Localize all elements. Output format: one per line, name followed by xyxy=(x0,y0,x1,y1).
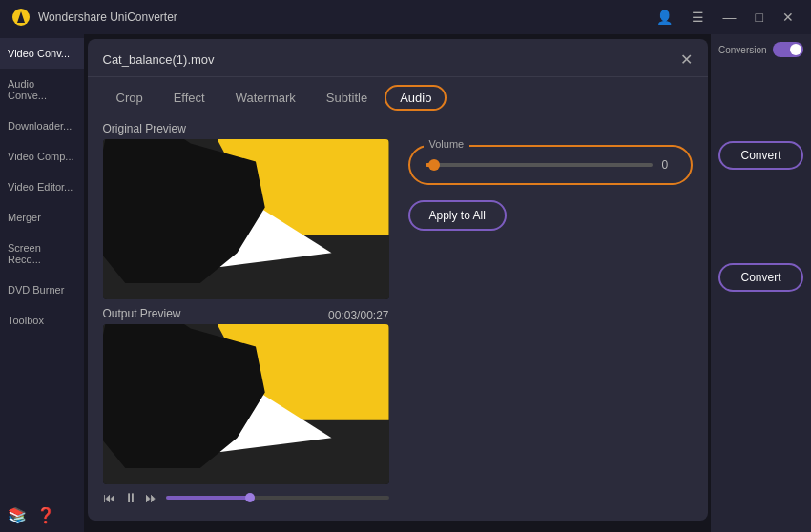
audio-section: Volume 0 Apply to All xyxy=(408,122,693,511)
sidebar-label-audio-converter: Audio Conve... xyxy=(8,78,76,101)
volume-box: Volume 0 xyxy=(408,145,693,185)
window-controls: 👤 ☰ — □ ✕ xyxy=(651,8,800,27)
output-video-frame xyxy=(103,324,389,484)
dialog-title: Cat_balance(1).mov xyxy=(103,52,215,67)
close-button[interactable]: ✕ xyxy=(777,8,800,27)
sidebar-label-merger: Merger xyxy=(8,212,41,223)
output-preview-section: Output Preview 00:03/00:27 xyxy=(103,307,389,511)
sidebar-label-toolbox: Toolbox xyxy=(8,315,44,326)
minimize-button[interactable]: — xyxy=(717,8,742,27)
convert-button-2[interactable]: Convert xyxy=(718,263,803,292)
sidebar-label-video-editor: Video Editor... xyxy=(8,181,73,193)
sidebar-item-video-compressor[interactable]: Video Comp... xyxy=(0,141,84,172)
dialog-body: Original Preview xyxy=(88,111,708,522)
dialog-close-button[interactable]: ✕ xyxy=(680,51,693,69)
original-preview-section: Original Preview xyxy=(103,122,389,299)
sidebar-item-downloader[interactable]: Downloader... xyxy=(0,111,84,141)
title-bar: Wondershare UniConverter 👤 ☰ — □ ✕ xyxy=(0,0,811,34)
sidebar-item-toolbox[interactable]: Toolbox xyxy=(0,305,84,336)
dialog-header: Cat_balance(1).mov ✕ xyxy=(88,39,708,77)
sidebar-item-merger[interactable]: Merger xyxy=(0,202,84,233)
conversion-toggle-row: Conversion xyxy=(718,42,803,57)
tab-crop[interactable]: Crop xyxy=(103,85,156,111)
playback-progress xyxy=(166,496,251,500)
dialog-overlay: Cat_balance(1).mov ✕ Crop Effect Waterma… xyxy=(84,34,711,532)
main-content: Cat_balance(1).mov ✕ Crop Effect Waterma… xyxy=(84,34,711,532)
menu-icon[interactable]: ☰ xyxy=(686,8,710,27)
tab-subtitle[interactable]: Subtitle xyxy=(313,85,381,111)
convert-button-1[interactable]: Convert xyxy=(718,141,803,170)
sidebar-label-screen-recorder: Screen Reco... xyxy=(8,242,76,265)
main-layout: Video Conv... Audio Conve... Downloader.… xyxy=(0,34,811,532)
output-preview-label: Output Preview xyxy=(103,307,181,320)
sidebar-label-downloader: Downloader... xyxy=(8,120,72,132)
tab-watermark[interactable]: Watermark xyxy=(222,85,309,111)
original-preview-label: Original Preview xyxy=(103,122,389,135)
tab-audio[interactable]: Audio xyxy=(385,85,447,111)
volume-slider-row: 0 xyxy=(426,158,676,172)
sidebar-label-video-compressor: Video Comp... xyxy=(8,151,74,162)
dialog-footer: OK Cancel Start All xyxy=(88,522,708,532)
sidebar-label-video-converter: Video Conv... xyxy=(8,48,70,59)
right-panel: Conversion Convert Convert xyxy=(711,34,811,532)
maximize-button[interactable]: □ xyxy=(750,8,769,27)
original-video-frame xyxy=(103,139,389,299)
volume-thumb xyxy=(428,159,440,171)
library-icon[interactable]: 📚 xyxy=(8,506,27,524)
original-preview-video xyxy=(103,139,389,299)
app-title: Wondershare UniConverter xyxy=(38,10,643,24)
output-preview-header: Output Preview 00:03/00:27 xyxy=(103,307,389,324)
tab-effect[interactable]: Effect xyxy=(160,85,218,111)
sidebar-item-video-converter[interactable]: Video Conv... xyxy=(0,38,84,69)
prev-button[interactable]: ⏮ xyxy=(103,490,116,505)
edit-dialog: Cat_balance(1).mov ✕ Crop Effect Waterma… xyxy=(88,39,708,521)
output-time: 00:03/00:27 xyxy=(328,309,388,322)
app-logo xyxy=(11,8,31,27)
sidebar: Video Conv... Audio Conve... Downloader.… xyxy=(0,34,84,532)
previews-section: Original Preview xyxy=(103,122,389,511)
sidebar-label-dvd-burner: DVD Burner xyxy=(8,284,64,296)
help-icon[interactable]: ❓ xyxy=(36,506,55,524)
conversion-toggle[interactable] xyxy=(773,42,803,57)
apply-to-all-button[interactable]: Apply to All xyxy=(408,200,507,231)
user-icon[interactable]: 👤 xyxy=(651,8,678,27)
pause-button[interactable]: ⏸ xyxy=(124,490,137,505)
playback-slider[interactable] xyxy=(166,496,389,500)
next-button[interactable]: ⏭ xyxy=(145,490,158,505)
sidebar-item-dvd-burner[interactable]: DVD Burner xyxy=(0,275,84,305)
dialog-tabs: Crop Effect Watermark Subtitle Audio xyxy=(88,77,708,111)
output-preview-video xyxy=(103,324,389,484)
volume-label: Volume xyxy=(424,138,470,150)
sidebar-item-audio-converter[interactable]: Audio Conve... xyxy=(0,69,84,111)
playback-controls: ⏮ ⏸ ⏭ xyxy=(103,484,389,511)
sidebar-item-video-editor[interactable]: Video Editor... xyxy=(0,172,84,202)
playback-thumb xyxy=(245,493,255,502)
sidebar-item-screen-recorder[interactable]: Screen Reco... xyxy=(0,233,84,275)
volume-slider[interactable] xyxy=(426,163,653,167)
volume-value: 0 xyxy=(662,158,676,172)
conversion-label: Conversion xyxy=(718,45,767,55)
